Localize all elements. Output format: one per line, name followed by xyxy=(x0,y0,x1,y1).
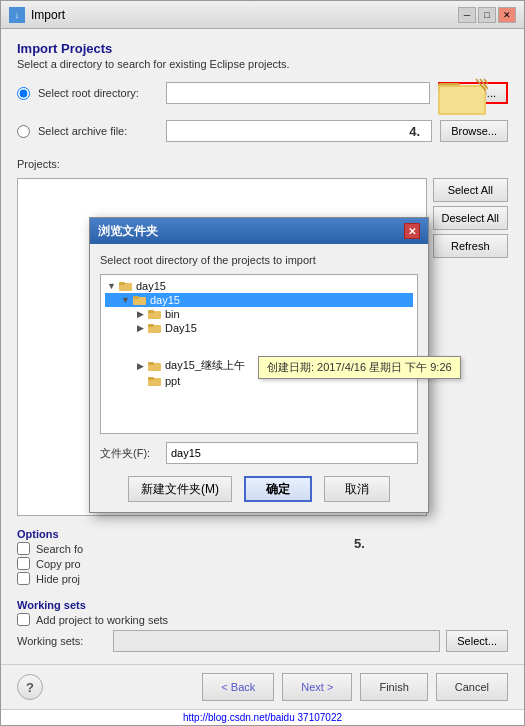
tree-item-label: ppt xyxy=(165,375,180,387)
back-button[interactable]: < Back xyxy=(202,673,274,701)
main-window: ↓ Import ─ □ ✕ Import Projects Select a … xyxy=(0,0,525,726)
svg-rect-8 xyxy=(119,282,125,285)
tree-item[interactable]: bin xyxy=(105,307,413,321)
title-bar-left: ↓ Import xyxy=(9,7,65,23)
folder-icon xyxy=(148,360,162,372)
copy-projects-label: Copy pro xyxy=(36,558,81,570)
dialog-title-bar: 浏览文件夹 ✕ xyxy=(90,218,428,244)
svg-rect-16 xyxy=(148,362,154,365)
search-nested-row: Search fo xyxy=(17,542,508,555)
working-sets-title: Working sets xyxy=(17,599,508,611)
add-to-working-sets-label: Add project to working sets xyxy=(36,614,168,626)
browse-archive-button[interactable]: Browse... xyxy=(440,120,508,142)
copy-projects-checkbox[interactable] xyxy=(17,557,30,570)
tree-arrow-icon xyxy=(137,309,145,319)
folder-large-icon xyxy=(438,77,488,119)
select-root-radio[interactable] xyxy=(17,87,30,100)
import-description: Select a directory to search for existin… xyxy=(17,58,508,70)
tree-item-label: day15 xyxy=(136,280,166,292)
folder-icon xyxy=(119,280,133,292)
copy-projects-row: Copy pro xyxy=(17,557,508,570)
hide-projects-row: Hide proj xyxy=(17,572,508,585)
svg-rect-14 xyxy=(148,324,154,327)
tree-arrow-icon xyxy=(137,323,145,333)
select-archive-label: Select archive file: xyxy=(38,125,158,137)
window-title: Import xyxy=(31,8,65,22)
folder-icon xyxy=(148,375,162,387)
refresh-button[interactable]: Refresh xyxy=(433,234,508,258)
tree-item[interactable]: day15 xyxy=(105,279,413,293)
root-directory-input[interactable] xyxy=(166,82,430,104)
tree-item-label: bin xyxy=(165,308,180,320)
minimize-button[interactable]: ─ xyxy=(458,7,476,23)
working-sets-row: Working sets: Select... xyxy=(17,630,508,652)
select-all-button[interactable]: Select All xyxy=(433,178,508,202)
file-tree[interactable]: day15 day15 5. xyxy=(100,274,418,434)
search-nested-label: Search fo xyxy=(36,543,83,555)
select-archive-radio[interactable] xyxy=(17,125,30,138)
close-button[interactable]: ✕ xyxy=(498,7,516,23)
dialog-cancel-button[interactable]: 取消 xyxy=(324,476,390,502)
folder-icon xyxy=(148,322,162,334)
file-input-row: 文件夹(F): xyxy=(100,442,418,464)
add-to-working-sets-checkbox[interactable] xyxy=(17,613,30,626)
tree-item[interactable]: Day15 xyxy=(105,321,413,335)
working-sets-section: Working sets Add project to working sets… xyxy=(17,599,508,652)
options-title: Options xyxy=(17,528,508,540)
select-root-label: Select root directory: xyxy=(38,87,158,99)
tree-arrow-icon xyxy=(107,281,116,291)
projects-label: Projects: xyxy=(17,158,508,170)
working-sets-select-button[interactable]: Select... xyxy=(446,630,508,652)
tree-item-label: day15_继续上午 xyxy=(165,358,245,373)
dialog-title: 浏览文件夹 xyxy=(98,223,158,240)
svg-rect-10 xyxy=(133,296,139,299)
folder-icon xyxy=(133,294,147,306)
tree-item-label: Day15 xyxy=(165,322,197,334)
dialog-content: Select root directory of the projects to… xyxy=(90,244,428,512)
search-nested-checkbox[interactable] xyxy=(17,542,30,555)
tree-arrow-icon xyxy=(121,295,130,305)
confirm-button[interactable]: 确定 xyxy=(244,476,312,502)
cancel-button[interactable]: Cancel xyxy=(436,673,508,701)
dialog-description: Select root directory of the projects to… xyxy=(100,254,418,266)
nav-buttons: < Back Next > Finish Cancel xyxy=(202,673,508,701)
new-folder-button[interactable]: 新建文件夹(M) xyxy=(128,476,232,502)
archive-file-input[interactable] xyxy=(166,120,432,142)
bottom-bar: ? < Back Next > Finish Cancel xyxy=(1,664,524,709)
projects-buttons: Select All Deselect All Refresh xyxy=(433,178,508,516)
hide-projects-checkbox[interactable] xyxy=(17,572,30,585)
dialog-close-button[interactable]: ✕ xyxy=(404,223,420,239)
select-root-row: Select root directory: Browse... xyxy=(17,82,508,104)
next-button[interactable]: Next > xyxy=(282,673,352,701)
svg-rect-12 xyxy=(148,310,154,313)
maximize-button[interactable]: □ xyxy=(478,7,496,23)
file-browser-dialog: 浏览文件夹 ✕ Select root directory of the pro… xyxy=(89,217,429,513)
options-section: Options Search fo Copy pro Hide proj xyxy=(17,528,508,587)
watermark: http://blog.csdn.net/baidu 37107022 xyxy=(1,709,524,725)
hide-projects-label: Hide proj xyxy=(36,573,80,585)
working-sets-field-label: Working sets: xyxy=(17,635,107,647)
tree-item[interactable]: day15 xyxy=(105,293,413,307)
help-button[interactable]: ? xyxy=(17,674,43,700)
step-4-label: 4. xyxy=(409,124,420,139)
folder-icon xyxy=(148,308,162,320)
tree-item-label: day15 xyxy=(150,294,180,306)
tree-arrow-icon xyxy=(137,361,145,371)
file-input-label: 文件夹(F): xyxy=(100,446,160,461)
window-icon: ↓ xyxy=(9,7,25,23)
add-to-working-sets-row: Add project to working sets xyxy=(17,613,508,626)
svg-rect-18 xyxy=(148,377,154,380)
content-wrapper: Import Projects Select a directory to se… xyxy=(1,29,524,725)
svg-rect-3 xyxy=(440,87,484,113)
title-bar-controls: ─ □ ✕ xyxy=(458,7,516,23)
select-archive-row: Select archive file: Browse... xyxy=(17,120,508,142)
header-area: Import Projects Select a directory to se… xyxy=(17,41,508,70)
deselect-all-button[interactable]: Deselect All xyxy=(433,206,508,230)
import-title: Import Projects xyxy=(17,41,508,56)
title-bar: ↓ Import ─ □ ✕ xyxy=(1,1,524,29)
file-name-input[interactable] xyxy=(166,442,418,464)
tooltip: 创建日期: 2017/4/16 星期日 下午 9:26 xyxy=(258,356,418,379)
finish-button[interactable]: Finish xyxy=(360,673,427,701)
working-sets-input[interactable] xyxy=(113,630,440,652)
dialog-buttons: 新建文件夹(M) 确定 取消 xyxy=(100,476,418,502)
